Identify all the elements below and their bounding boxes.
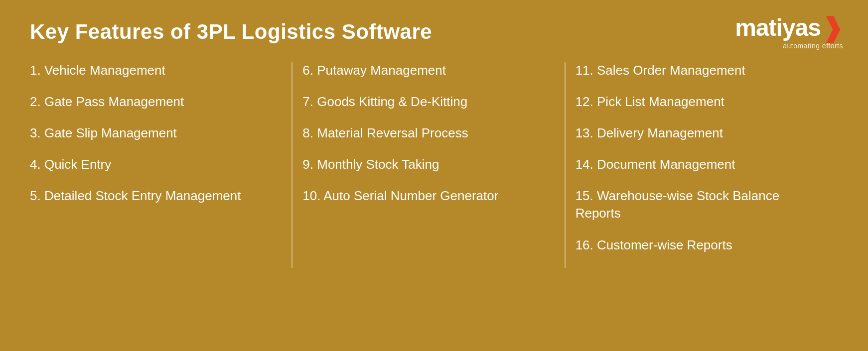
logo-tagline: automating efforts — [783, 42, 843, 50]
feature-item: 3. Gate Slip Management — [30, 124, 283, 142]
feature-item: 4. Quick Entry — [30, 156, 283, 173]
header: Key Features of 3PL Logistics Software — [30, 20, 838, 44]
column-1: 1. Vehicle Management2. Gate Pass Manage… — [30, 62, 292, 268]
feature-item: 14. Document Management — [576, 156, 828, 173]
feature-item: 12. Pick List Management — [576, 93, 828, 111]
feature-item: 15. Warehouse-wise Stock Balance Reports — [576, 187, 828, 222]
page-title: Key Features of 3PL Logistics Software — [30, 20, 838, 44]
logo-text: matiyas❱ — [735, 15, 843, 41]
feature-item: 7. Goods Kitting & De-Kitting — [302, 93, 555, 111]
feature-item: 9. Monthly Stock Taking — [302, 156, 555, 173]
feature-item: 1. Vehicle Management — [30, 62, 283, 79]
feature-item: 2. Gate Pass Management — [30, 93, 283, 111]
main-container: Key Features of 3PL Logistics Software m… — [0, 0, 868, 351]
feature-item: 5. Detailed Stock Entry Management — [30, 187, 283, 205]
feature-item: 10. Auto Serial Number Generator — [302, 187, 555, 205]
features-content: 1. Vehicle Management2. Gate Pass Manage… — [30, 62, 838, 268]
column-3: 11. Sales Order Management12. Pick List … — [566, 62, 838, 268]
feature-item: 11. Sales Order Management — [576, 62, 828, 79]
feature-item: 8. Material Reversal Process — [302, 124, 555, 142]
column-2: 6. Putaway Management7. Goods Kitting & … — [292, 62, 565, 268]
feature-item: 13. Delivery Management — [576, 124, 828, 142]
feature-item: 6. Putaway Management — [302, 62, 555, 79]
feature-item: 16. Customer-wise Reports — [576, 236, 828, 254]
logo-arrow-icon: ❱ — [822, 15, 843, 41]
logo: matiyas❱ automating efforts — [735, 15, 843, 50]
logo-name: matiyas — [735, 16, 821, 40]
